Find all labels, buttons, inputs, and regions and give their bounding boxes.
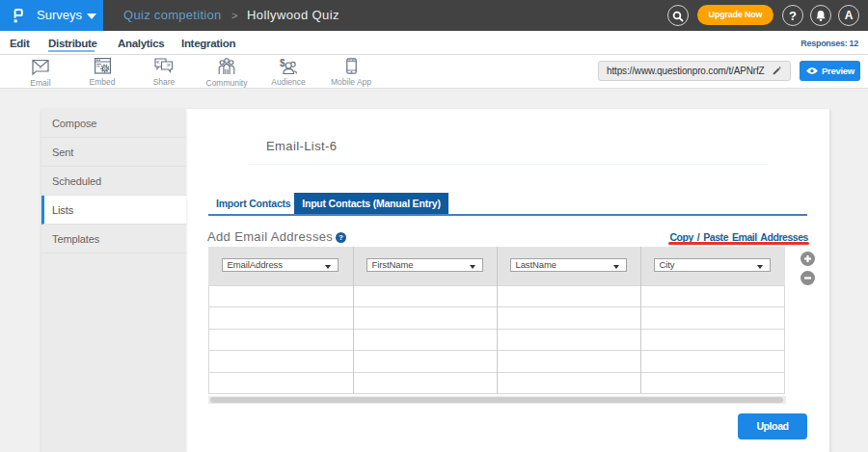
svg-text:$: $ bbox=[280, 58, 285, 68]
